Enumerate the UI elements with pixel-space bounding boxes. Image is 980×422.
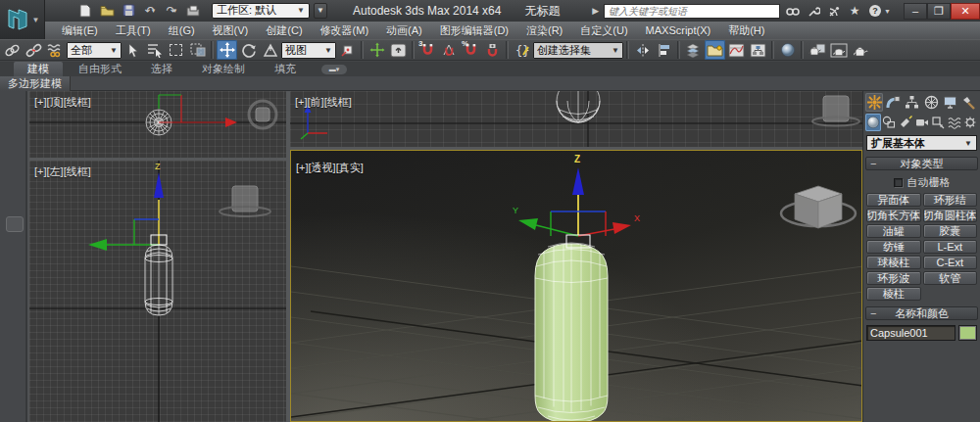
menu-help[interactable]: 帮助(H) [719, 22, 773, 39]
menu-create[interactable]: 创建(C) [257, 22, 311, 39]
ribbon-tab-object-paint[interactable]: 对象绘制 [188, 62, 259, 76]
align-icon[interactable] [654, 40, 674, 60]
redo-button[interactable]: ↷▾ [163, 2, 180, 19]
viewport-perspective-label[interactable]: [+][透视][真实] [296, 161, 364, 175]
reference-coordinate-system-dropdown[interactable]: 视图 ▼ [281, 42, 336, 59]
layer-manager-icon[interactable] [683, 40, 704, 60]
window-crossing-toggle-icon[interactable] [187, 40, 208, 60]
schematic-view-icon[interactable] [748, 40, 768, 60]
communication-center-icon[interactable] [826, 3, 842, 19]
rollout-object-type[interactable]: − 对象类型 [865, 157, 978, 170]
object-name-field[interactable]: Capsule001 [866, 325, 956, 341]
ribbon-panel-polygon-modeling[interactable]: 多边形建模 [0, 76, 71, 91]
subscription-wrench-icon[interactable] [806, 3, 821, 19]
category-helpers[interactable] [930, 114, 946, 131]
search-input[interactable] [604, 4, 780, 19]
menu-modifiers[interactable]: 修改器(M) [312, 22, 378, 39]
viewport-splitter-horizontal-left[interactable] [29, 158, 286, 161]
category-space-warps[interactable] [947, 114, 962, 131]
tab-motion[interactable] [922, 93, 940, 112]
viewport-front-label[interactable]: [+][前][线框] [295, 95, 352, 110]
button-l-ext[interactable]: L-Ext [923, 240, 978, 254]
viewport-top-label[interactable]: [+][顶][线框] [34, 95, 91, 110]
button-chamfer-cylinder[interactable]: 切角圆柱体 [923, 209, 978, 222]
undo-dropdown-arrow[interactable]: ▾ [152, 7, 156, 15]
menu-maxscript[interactable]: MAXScript(X) [637, 22, 720, 39]
material-editor-icon[interactable] [777, 40, 798, 60]
category-lights[interactable] [898, 114, 913, 131]
category-systems[interactable] [962, 114, 978, 131]
bind-to-space-warp-icon[interactable] [45, 40, 66, 60]
menu-graph-editors[interactable]: 图形编辑器(D) [431, 22, 517, 39]
button-capsule[interactable]: 胶囊 [923, 224, 978, 238]
menu-rendering[interactable]: 渲染(R) [517, 22, 571, 39]
render-setup-icon[interactable] [807, 40, 827, 60]
undo-button[interactable]: ↶▾ [141, 2, 159, 19]
select-and-manipulate-icon[interactable] [367, 40, 387, 60]
use-pivot-point-center-icon[interactable] [337, 40, 358, 60]
graphite-modeling-tools-toggle-icon[interactable] [705, 40, 725, 60]
rollout-name-and-color[interactable]: − 名称和颜色 [865, 306, 978, 320]
close-button[interactable]: ✕ [951, 3, 980, 20]
button-c-ext[interactable]: C-Ext [923, 256, 978, 269]
category-shapes[interactable] [882, 114, 898, 131]
help-dropdown-arrow[interactable]: ▼ [884, 8, 891, 15]
autogrid-checkbox[interactable] [894, 178, 903, 187]
tab-hierarchy[interactable] [904, 93, 921, 112]
rectangular-selection-region-icon[interactable] [166, 40, 186, 60]
set-project-folder-button[interactable] [184, 2, 202, 19]
menu-group[interactable]: 组(G) [160, 22, 204, 39]
maximize-button[interactable]: ❐ [927, 3, 951, 20]
button-torus-knot[interactable]: 环形结 [923, 193, 978, 207]
viewport-front[interactable]: [+][前][线框] [290, 91, 862, 147]
application-menu-button[interactable]: ▼ [0, 0, 45, 39]
select-by-name-icon[interactable] [144, 40, 165, 60]
tab-display[interactable] [941, 93, 958, 112]
named-selection-sets-dropdown[interactable]: 创建选择集 ▼ [533, 42, 623, 59]
new-scene-button[interactable] [76, 2, 94, 19]
redo-dropdown-arrow[interactable]: ▾ [173, 7, 177, 15]
select-and-rotate-icon[interactable] [238, 40, 259, 60]
viewport-perspective-active[interactable]: [+][透视][真实] [290, 150, 862, 422]
menu-customize[interactable]: 自定义(U) [571, 22, 636, 39]
rendered-frame-window-icon[interactable] [828, 40, 849, 60]
help-button[interactable]: ? [867, 3, 883, 19]
viewport-splitter-vertical[interactable] [286, 91, 290, 422]
category-geometry[interactable] [865, 114, 881, 131]
ribbon-tab-freeform[interactable]: 自由形式 [65, 62, 135, 76]
category-cameras[interactable] [914, 114, 930, 131]
keyboard-shortcut-override-icon[interactable] [388, 40, 409, 60]
open-file-button[interactable] [98, 2, 116, 19]
button-gengon[interactable]: 球棱柱 [866, 256, 921, 269]
menu-tools[interactable]: 工具(T) [107, 22, 160, 39]
percent-snap-toggle-icon[interactable]: % [461, 40, 481, 60]
tab-utilities[interactable] [960, 93, 978, 112]
workspace-flyout-button[interactable]: ▼ [314, 3, 327, 19]
primitive-category-dropdown[interactable]: 扩展基本体 ▼ [866, 135, 977, 151]
collapsed-panel-button[interactable] [6, 216, 24, 232]
viewport-splitter-horizontal-right[interactable] [290, 147, 862, 150]
select-and-move-icon[interactable] [217, 40, 237, 60]
mirror-icon[interactable] [632, 40, 653, 60]
favorites-star-icon[interactable]: ★ [847, 3, 862, 19]
selection-filter-dropdown[interactable]: 全部 ▼ [67, 42, 122, 59]
ribbon-tab-populate[interactable]: 填充 [261, 62, 310, 76]
minimize-button[interactable]: – [904, 3, 927, 20]
select-and-link-icon[interactable] [2, 40, 23, 60]
ribbon-tab-selection[interactable]: 选择 [137, 62, 186, 76]
object-color-swatch[interactable] [958, 325, 977, 341]
menu-views[interactable]: 视图(V) [204, 22, 258, 39]
viewport-left-label[interactable]: [+][左][线框] [34, 164, 91, 179]
button-chamfer-box[interactable]: 切角长方体 [866, 209, 921, 222]
menu-animation[interactable]: 动画(A) [377, 22, 431, 39]
search-binoculars-icon[interactable] [785, 3, 801, 19]
button-hose[interactable]: 软管 [923, 271, 978, 285]
tab-modify[interactable] [884, 93, 902, 112]
unlink-selection-icon[interactable] [24, 40, 44, 60]
snap-toggle-3d-icon[interactable]: 3 [417, 40, 438, 60]
select-object-icon[interactable] [122, 40, 143, 60]
ribbon-tab-modeling[interactable]: 建模 [14, 62, 63, 76]
viewport-top[interactable]: [+][顶][线框] [29, 91, 286, 158]
select-and-scale-icon[interactable] [260, 40, 280, 60]
infocenter-collapse-arrow[interactable]: ▶ [592, 6, 599, 16]
